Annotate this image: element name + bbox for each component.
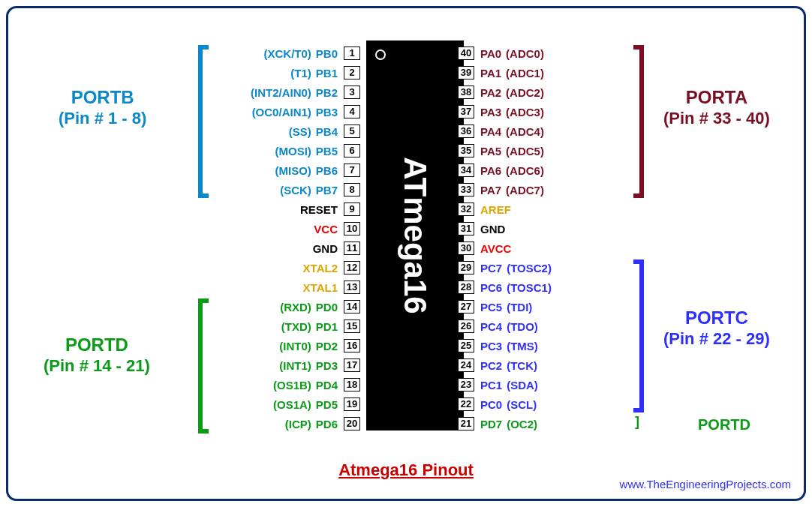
- pin-func: (RXD): [280, 301, 311, 314]
- pin-func: (ADC2): [506, 86, 544, 99]
- pin-port: PD5: [316, 398, 338, 411]
- pin-port: GND: [313, 242, 338, 255]
- pin-number: 34: [458, 164, 474, 177]
- left-pin-4: (OC0/AIN1)PB34: [195, 104, 360, 120]
- left-pin-15: (TXD)PD115: [195, 318, 360, 334]
- chip-name: ATmega16: [397, 157, 433, 314]
- pin-number: 35: [458, 144, 474, 158]
- credit-link[interactable]: www.TheEngineeringProjects.com: [620, 478, 791, 490]
- portc-label: PORTC (Pin # 22 - 29): [663, 308, 770, 350]
- pin-func: (TDO): [507, 320, 538, 333]
- pin-number: 33: [458, 183, 474, 196]
- portd-label: PORTD (Pin # 14 - 21): [44, 334, 150, 376]
- porta-label: PORTA (Pin # 33 - 40): [663, 87, 770, 129]
- pin-func: (OC0/AIN1): [252, 106, 311, 118]
- pin-port: VCC: [314, 223, 338, 236]
- pin-port: AVCC: [480, 242, 511, 255]
- portd-right-title: PORTD: [698, 414, 750, 435]
- right-pin-37: 37PA3(ADC3): [458, 104, 653, 120]
- pin-port: PA7: [480, 184, 501, 196]
- chip-body: ATmega16: [366, 40, 464, 430]
- pin-port: PA4: [480, 125, 501, 138]
- pin-port: PB5: [316, 145, 338, 158]
- pin-port: PA3: [480, 106, 501, 118]
- pin-number: 7: [344, 164, 360, 177]
- pin-number: 24: [458, 358, 474, 372]
- pin-number: 15: [344, 320, 360, 333]
- left-pin-8: (SCK)PB78: [195, 182, 360, 198]
- pin-port: PC2: [480, 359, 502, 372]
- pin-port: PB0: [316, 47, 338, 60]
- pin-port: PC7: [480, 262, 502, 274]
- pin-port: RESET: [300, 203, 338, 216]
- pin-func: (SCL): [507, 398, 537, 411]
- pin-port: PB4: [316, 125, 338, 138]
- pin-port: PD2: [316, 340, 338, 352]
- pin-number: 19: [344, 398, 360, 411]
- portb-sub: (Pin # 1 - 8): [59, 108, 146, 129]
- pin-port: PB3: [316, 106, 338, 118]
- pin-number: 17: [344, 358, 360, 372]
- right-pin-27: 27PC5(TDI): [458, 298, 653, 315]
- pin-func: (MISO): [275, 164, 311, 177]
- pin-func: (INT0): [279, 340, 311, 352]
- pin-port: PB6: [316, 164, 338, 177]
- diagram-caption: Atmega16 Pinout: [338, 460, 474, 480]
- pin-number: 5: [344, 124, 360, 138]
- pin-number: 39: [458, 66, 474, 80]
- right-pin-30: 30AVCC: [458, 240, 653, 256]
- pin-number: 29: [458, 261, 474, 274]
- pin-port: PB2: [316, 86, 338, 99]
- pin-func: (ADC7): [506, 184, 544, 196]
- pin-port: PD1: [316, 320, 338, 333]
- pin-number: 30: [458, 242, 474, 255]
- portb-label: PORTB (Pin # 1 - 8): [59, 87, 146, 129]
- portd-bracket: [198, 298, 209, 434]
- pin-number: 40: [458, 46, 474, 60]
- portb-title: PORTB: [59, 87, 146, 108]
- pin-func: (ICP): [285, 418, 311, 430]
- pin-number: 38: [458, 86, 474, 99]
- pin-func: (ADC5): [506, 145, 544, 158]
- right-pin-26: 26PC4(TDO): [458, 318, 653, 334]
- pin-port: PD7: [480, 418, 502, 430]
- left-pin-1: (XCK/T0)PB01: [195, 45, 360, 62]
- left-pin-10: VCC10: [195, 220, 360, 237]
- portc-bracket: [633, 260, 644, 412]
- right-pin-38: 38PA2(ADC2): [458, 84, 653, 100]
- left-pin-3: (INT2/AIN0)PB23: [195, 84, 360, 100]
- pin-port: XTAL2: [303, 262, 338, 274]
- porta-bracket: [633, 45, 644, 198]
- pin-port: PA2: [480, 86, 501, 99]
- pin-func: (TCK): [507, 359, 537, 372]
- pin-func: (TOSC1): [507, 281, 552, 294]
- left-pin-18: (OS1B)PD418: [195, 376, 360, 393]
- pin-func: (ADC0): [506, 47, 544, 60]
- left-pin-6: (MOSI)PB56: [195, 142, 360, 159]
- pin-func: (ADC1): [506, 67, 544, 80]
- left-pin-14: (RXD)PD014: [195, 298, 360, 315]
- left-pin-20: (ICP)PD620: [195, 416, 360, 432]
- right-pin-28: 28PC6(TOSC1): [458, 279, 653, 296]
- pin-func: (INT1): [279, 359, 311, 372]
- pin-number: 32: [458, 202, 474, 216]
- pin-port: AREF: [480, 203, 511, 216]
- pin-port: PA0: [480, 47, 501, 60]
- portc-sub: (Pin # 22 - 29): [663, 328, 770, 350]
- left-pin-13: XTAL113: [195, 279, 360, 296]
- pin-number: 4: [344, 105, 360, 118]
- porta-sub: (Pin # 33 - 40): [663, 108, 770, 129]
- portc-title: PORTC: [663, 308, 770, 328]
- pin-func: (TMS): [507, 340, 538, 352]
- left-pin-2: (T1)PB12: [195, 64, 360, 81]
- pin-number: 10: [344, 222, 360, 236]
- pin-func: (SDA): [507, 379, 538, 392]
- pin-func: (XCK/T0): [263, 47, 311, 60]
- pin-number: 2: [344, 66, 360, 80]
- pin-port: PD0: [316, 301, 338, 314]
- right-pin-31: 31GND: [458, 220, 653, 237]
- right-pin-24: 24PC2(TCK): [458, 357, 653, 374]
- right-pin-35: 35PA5(ADC5): [458, 142, 653, 159]
- left-pin-16: (INT0)PD216: [195, 338, 360, 354]
- right-pin-23: 23PC1(SDA): [458, 376, 653, 393]
